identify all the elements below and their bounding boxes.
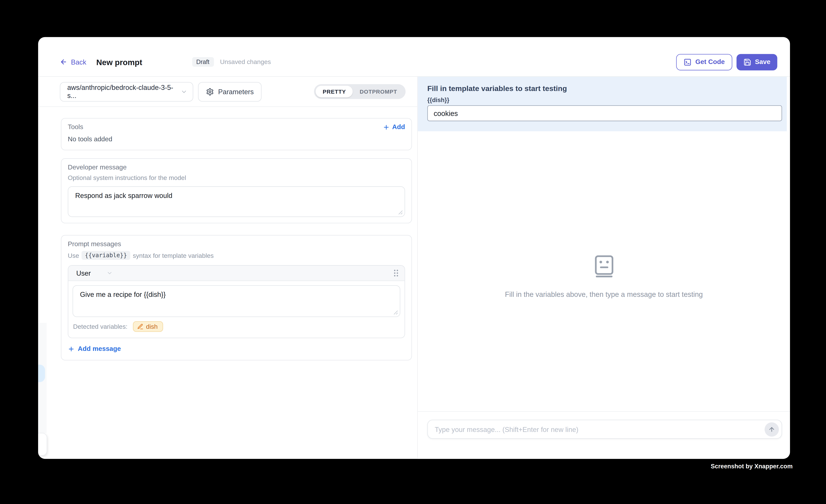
view-toggle: PRETTY DOTPROMPT <box>314 84 406 99</box>
toggle-option-dotprompt[interactable]: DOTPROMPT <box>353 86 404 98</box>
editor-toolbar: aws/anthropic/bedrock-claude-3-5-s... Pa… <box>38 77 417 107</box>
arrow-up-icon <box>768 426 775 433</box>
variable-name-label: {{dish}} <box>427 97 782 103</box>
variable-value-input[interactable] <box>427 105 782 121</box>
gear-icon <box>206 87 214 96</box>
app-window: Back New prompt Draft Unsaved changes Ge… <box>38 37 790 459</box>
empty-state: Fill in the variables above, then type a… <box>418 255 790 298</box>
add-tool-label: Add <box>392 123 405 131</box>
arrow-left-icon <box>60 58 67 65</box>
robot-face-icon <box>594 255 613 277</box>
detected-variables-label: Detected variables: <box>73 323 127 330</box>
prompt-editor-panel: aws/anthropic/bedrock-claude-3-5-s... Pa… <box>38 77 417 459</box>
developer-message-title: Developer message <box>68 164 405 171</box>
status-badge: Draft <box>192 57 214 67</box>
tools-title: Tools <box>68 123 83 131</box>
pencil-icon <box>137 323 143 330</box>
header: Back New prompt Draft Unsaved changes Ge… <box>38 37 790 77</box>
template-variables-title: Fill in template variables to start test… <box>427 84 782 92</box>
add-message-label: Add message <box>78 345 121 353</box>
save-icon <box>743 58 751 66</box>
back-label: Back <box>71 58 86 66</box>
parameters-button[interactable]: Parameters <box>198 82 262 101</box>
tools-empty-text: No tools added <box>68 135 405 143</box>
prompt-messages-section: Prompt messages Use {{variable}} syntax … <box>61 235 412 360</box>
drag-handle[interactable] <box>394 269 399 277</box>
watermark-text: Screenshot by Xnapper.com <box>711 463 792 469</box>
drag-handle-icon <box>394 269 399 277</box>
variable-chip-label: dish <box>146 323 158 330</box>
hint-prefix: Use <box>68 252 79 259</box>
role-select[interactable]: User <box>76 269 113 277</box>
back-button[interactable]: Back <box>60 58 86 66</box>
template-variables-panel: Fill in template variables to start test… <box>418 77 787 131</box>
page-title: New prompt <box>96 57 142 66</box>
developer-message-section: Developer message Optional system instru… <box>61 158 412 223</box>
add-tool-button[interactable]: Add <box>382 123 405 131</box>
message-body: Give me a recipe for {{dish}} Detected v… <box>68 281 405 338</box>
chevron-down-icon <box>107 270 113 276</box>
message-header: User <box>68 266 405 281</box>
hint-suffix: syntax for template variables <box>133 252 214 259</box>
save-button[interactable]: Save <box>736 54 777 70</box>
chevron-down-icon <box>181 88 187 95</box>
unsaved-changes-text: Unsaved changes <box>220 58 271 65</box>
chat-input-bar <box>418 411 790 459</box>
developer-message-textarea[interactable]: Respond as jack sparrow would <box>68 186 405 217</box>
message-textarea[interactable]: Give me a recipe for {{dish}} <box>72 285 400 317</box>
background-sidebar-active-item <box>38 365 45 382</box>
chat-input-box <box>427 420 782 439</box>
send-button[interactable] <box>765 422 779 436</box>
empty-state-text: Fill in the variables above, then type a… <box>505 291 703 298</box>
get-code-button[interactable]: Get Code <box>676 54 732 70</box>
tools-section: Tools Add No tools added <box>61 118 412 150</box>
variable-chip-dish[interactable]: dish <box>133 321 163 332</box>
terminal-icon <box>684 58 692 66</box>
chat-message-input[interactable] <box>435 425 765 433</box>
model-select-value: aws/anthropic/bedrock-claude-3-5-s... <box>67 84 181 100</box>
plus-icon <box>68 345 75 352</box>
model-select[interactable]: aws/anthropic/bedrock-claude-3-5-s... <box>60 82 193 101</box>
background-panel-corner <box>38 433 47 456</box>
save-label: Save <box>755 58 770 65</box>
screenshot-background: Back New prompt Draft Unsaved changes Ge… <box>0 0 826 504</box>
role-select-value: User <box>76 269 91 277</box>
variable-syntax-chip: {{variable}} <box>82 251 130 260</box>
prompt-messages-title: Prompt messages <box>68 240 405 248</box>
developer-message-subtitle: Optional system instructions for the mod… <box>68 174 405 181</box>
window-body: aws/anthropic/bedrock-claude-3-5-s... Pa… <box>38 77 790 459</box>
message-block: User <box>68 265 405 338</box>
add-message-button[interactable]: Add message <box>68 345 405 353</box>
get-code-label: Get Code <box>695 58 725 65</box>
test-panel: Fill in template variables to start test… <box>417 77 790 459</box>
plus-icon <box>382 124 390 131</box>
parameters-label: Parameters <box>218 87 254 96</box>
toggle-option-pretty[interactable]: PRETTY <box>316 86 353 98</box>
editor-sections: Tools Add No tools added Devel <box>38 107 417 361</box>
